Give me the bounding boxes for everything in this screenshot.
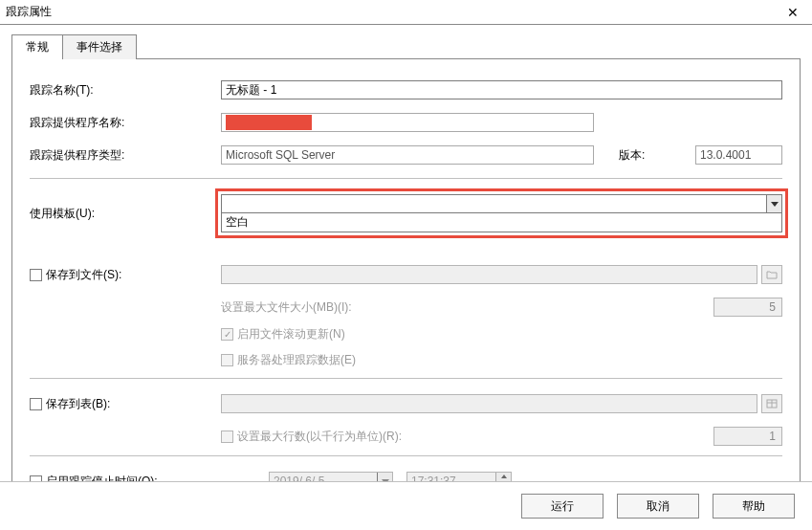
- button-bar: 运行 取消 帮助: [0, 481, 812, 530]
- max-rows-input: 1: [713, 427, 782, 446]
- trace-name-input[interactable]: [221, 80, 782, 99]
- spin-up-button: [495, 473, 511, 481]
- title-bar: 跟踪属性 ✕: [0, 0, 812, 25]
- rollover-label: 启用文件滚动更新(N): [237, 326, 345, 342]
- provider-name-box: [221, 113, 594, 132]
- tab-general[interactable]: 常规: [11, 34, 63, 59]
- template-option-blank[interactable]: 空白: [226, 214, 249, 231]
- provider-type-box: Microsoft SQL Server: [221, 145, 594, 165]
- chevron-up-icon: [501, 475, 507, 478]
- separator-1: [30, 178, 782, 179]
- save-file-path-box: [221, 265, 757, 284]
- run-button[interactable]: 运行: [521, 494, 604, 519]
- template-combo-button[interactable]: [766, 195, 781, 212]
- general-panel: 跟踪名称(T): 跟踪提供程序名称: 跟踪提供程序类型: Microsoft S…: [11, 58, 801, 493]
- tab-strip: 常规 事件选择: [11, 34, 812, 59]
- max-file-size-input: 5: [713, 298, 782, 317]
- max-rows-label: 设置最大行数(以千行为单位)(R):: [237, 429, 710, 445]
- save-to-table-checkbox[interactable]: [30, 398, 42, 410]
- template-combo-text: [222, 195, 766, 212]
- chevron-down-icon: [771, 202, 779, 207]
- version-label: 版本:: [619, 147, 676, 164]
- save-to-table-label: 保存到表(B):: [46, 396, 110, 412]
- table-icon: [766, 399, 778, 409]
- template-dropdown-list[interactable]: 空白: [221, 213, 782, 232]
- max-file-size-label: 设置最大文件大小(MB)(I):: [221, 299, 713, 316]
- save-to-file-label: 保存到文件(S):: [46, 267, 121, 283]
- version-box: 13.0.4001: [695, 145, 782, 165]
- separator-3: [30, 455, 782, 456]
- cancel-button[interactable]: 取消: [617, 494, 699, 519]
- template-combo[interactable]: [221, 194, 782, 213]
- use-template-label: 使用模板(U):: [30, 206, 221, 222]
- save-table-box: [221, 394, 757, 413]
- folder-icon: [766, 270, 778, 279]
- server-process-checkbox: [221, 354, 233, 366]
- max-rows-checkbox: [221, 431, 233, 443]
- browse-file-button: [761, 265, 782, 284]
- help-button[interactable]: 帮助: [713, 494, 795, 519]
- rollover-checkbox: ✓: [221, 328, 233, 341]
- separator-2: [30, 378, 782, 379]
- server-process-label: 服务器处理跟踪数据(E): [237, 352, 356, 368]
- provider-name-label: 跟踪提供程序名称:: [30, 115, 221, 131]
- save-to-file-checkbox[interactable]: [30, 269, 42, 281]
- close-button[interactable]: ✕: [779, 3, 806, 22]
- provider-name-redacted: [226, 115, 312, 130]
- tab-events[interactable]: 事件选择: [63, 34, 137, 59]
- provider-type-label: 跟踪提供程序类型:: [30, 147, 221, 164]
- browse-table-button: [761, 394, 782, 413]
- trace-name-label: 跟踪名称(T):: [30, 82, 221, 99]
- window-title: 跟踪属性: [6, 4, 779, 20]
